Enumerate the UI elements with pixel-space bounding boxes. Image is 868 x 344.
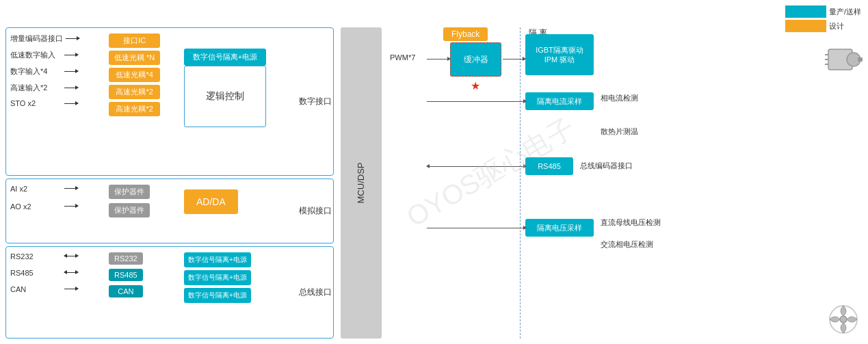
chip-protect1: 保护器件 <box>109 185 150 199</box>
signal-rs485-label: RS485 <box>10 269 62 277</box>
signal-encoder-label: 增量编码器接口 <box>10 34 63 44</box>
chip-low-opto-n: 低速光耦 *N <box>109 51 160 65</box>
rs485-right-block: RS485 <box>525 157 573 175</box>
chip-low-opto-4: 低速光耦*4 <box>109 68 160 82</box>
arrow-mcu-isovoltage <box>427 228 526 228</box>
motor-icon <box>825 41 863 79</box>
heat-temp-label: 散热片测温 <box>601 127 638 137</box>
left-panel: 数字接口 增量编码器接口 低速数字输入 数字输入*4 高速输入*2 STO x2 <box>5 27 334 339</box>
mcu-block: MCU/DSP <box>341 27 382 339</box>
igbt-block: IGBT隔离驱动 IPM 驱动 <box>525 34 594 75</box>
bus-iso2: 数字信号隔离+电源 <box>184 270 251 285</box>
legend-mass-box <box>785 5 826 18</box>
arrow-encoder <box>66 38 79 39</box>
arrow-can <box>64 289 78 289</box>
signal-sto-label: STO x2 <box>10 99 62 107</box>
arrow-ao2 <box>64 206 78 207</box>
fan-icon <box>825 301 863 339</box>
signal-high2-label: 高速输入*2 <box>10 83 62 93</box>
iso-voltage-label: 隔离电压采样 <box>537 223 582 233</box>
chip-rs232: RS232 <box>109 252 143 265</box>
arrow-rs232 <box>64 256 78 256</box>
right-content: Flyback 隔 离 PWM*7 缓冲器 ★ IGBT隔离驱动 IPM 驱动 … <box>389 27 863 339</box>
legend-mass: 量产/送样 <box>785 5 861 18</box>
arrow-ai2 <box>64 188 78 189</box>
igbt-label: IGBT隔离驱动 IPM 驱动 <box>536 45 583 65</box>
rs485-right-label: RS485 <box>538 162 561 170</box>
bus-encoder-label: 总线编码器接口 <box>580 161 633 171</box>
chip-can: CAN <box>109 285 143 297</box>
chip-rs485: RS485 <box>109 269 143 281</box>
arrow-buffer-igbt <box>503 59 525 59</box>
logic-control-label: 逻辑控制 <box>206 90 244 103</box>
dig-sig-iso: 数字信号隔离+电源 <box>184 49 266 66</box>
svg-point-7 <box>840 316 847 323</box>
arrow-low-digital <box>64 55 78 55</box>
legend-mass-label: 量产/送样 <box>829 7 861 17</box>
chip-protect2: 保护器件 <box>109 203 150 217</box>
bus-iso3: 数字信号隔离+电源 <box>184 288 251 303</box>
flyback-btn: Flyback <box>443 27 488 41</box>
iso-current-block: 隔离电流采样 <box>525 92 594 110</box>
buffer-label: 缓冲器 <box>464 54 488 66</box>
signal-digital4-label: 数字输入*4 <box>10 66 62 77</box>
signal-can-label: CAN <box>10 285 62 293</box>
bus-section-label: 总线接口 <box>299 287 332 298</box>
pwm-label: PWM*7 <box>390 53 415 62</box>
arrow-digital4 <box>64 71 78 72</box>
arrow-mcu-isocurrent <box>427 101 526 102</box>
chip-high-opto-2a: 高速光耦*2 <box>109 85 160 99</box>
ac-voltage-label: 交流相电压检测 <box>601 239 653 250</box>
right-panel: MCU/DSP Flyback 隔 离 PWM*7 缓冲器 ★ IGBT隔离驱动… <box>341 27 863 339</box>
analog-section: 模拟接口 AI x2 AO x2 保护器件 保护器件 AD/DA <box>5 178 334 243</box>
arrow-high2 <box>64 88 78 88</box>
iso-current-label: 隔离电流采样 <box>537 96 582 107</box>
iso-voltage-block: 隔离电压采样 <box>525 219 594 237</box>
digital-section-label: 数字接口 <box>299 96 332 107</box>
analog-section-label: 模拟接口 <box>299 205 332 217</box>
arrow-pwm-buffer <box>427 59 450 59</box>
arrow-mcu-rs485r <box>427 166 526 167</box>
arrow-rs485 <box>64 272 78 273</box>
chip-adda: AD/DA <box>184 189 238 214</box>
phase-current-label: 相电流检测 <box>601 93 638 103</box>
dc-voltage-label: 直流母线电压检测 <box>601 217 661 228</box>
bus-iso1: 数字信号隔离+电源 <box>184 252 251 267</box>
buffer-block: 缓冲器 <box>450 42 501 77</box>
svg-rect-5 <box>858 57 863 62</box>
star-mark: ★ <box>471 79 480 92</box>
chip-interface-ic: 接口IC <box>109 34 160 48</box>
digital-section: 数字接口 增量编码器接口 低速数字输入 数字输入*4 高速输入*2 STO x2 <box>5 27 334 176</box>
signal-rs232-label: RS232 <box>10 252 62 261</box>
isolation-vline <box>520 27 521 339</box>
mcu-label: MCU/DSP <box>356 163 366 204</box>
signal-ai2-label: AI x2 <box>10 185 62 193</box>
arrow-sto <box>64 103 78 104</box>
signal-ao2-label: AO x2 <box>10 202 62 211</box>
chip-high-opto-2b: 高速光耦*2 <box>109 102 160 116</box>
bus-section: 总线接口 RS232 RS485 CAN RS232 RS485 CAN 数字信… <box>5 246 334 339</box>
signal-low-digital-label: 低速数字输入 <box>10 50 62 60</box>
logic-control: 逻辑控制 <box>184 66 266 127</box>
